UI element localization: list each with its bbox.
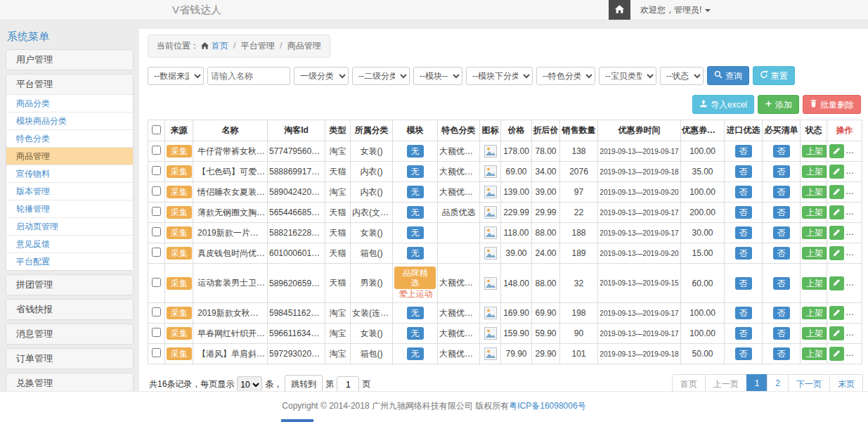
row-checkbox[interactable]: [152, 348, 161, 357]
sidebar-item-platform-config[interactable]: 平台配置: [6, 252, 133, 270]
select-all-checkbox[interactable]: [152, 125, 161, 134]
must-buy-toggle[interactable]: 否: [773, 327, 790, 340]
sidebar-item-order-management[interactable]: 订单管理: [6, 349, 133, 369]
name-search-input[interactable]: [207, 67, 290, 85]
status-badge[interactable]: 上架: [802, 347, 827, 360]
status-badge[interactable]: 上架: [802, 277, 827, 290]
import-select-toggle[interactable]: 否: [735, 277, 752, 290]
per-page-select[interactable]: 10: [237, 376, 262, 393]
sidebar-item-message-management[interactable]: 消息管理: [6, 324, 133, 344]
sidebar-item-user-management[interactable]: 用户管理: [6, 50, 133, 70]
breadcrumb: 当前位置： 首页 / 平台管理 / 商品管理: [148, 34, 330, 58]
row-checkbox[interactable]: [152, 248, 161, 257]
edit-button[interactable]: [829, 185, 844, 199]
module-select[interactable]: --模块--: [413, 67, 462, 85]
reset-button[interactable]: 重置: [753, 66, 795, 85]
edit-button[interactable]: [829, 205, 844, 219]
user-menu[interactable]: 欢迎您，管理员!: [630, 0, 720, 20]
coupon-amount-cell: 100.00: [681, 182, 725, 203]
horizontal-scrollbar-thumb[interactable]: [281, 419, 313, 422]
sidebar-item-platform-management[interactable]: 平台管理: [6, 75, 133, 94]
sidebar-item-carousel-management[interactable]: 轮播管理: [6, 200, 133, 217]
row-checkbox[interactable]: [152, 328, 161, 337]
sidebar-item-module-goods-category[interactable]: 模块商品分类: [6, 112, 133, 129]
icp-link[interactable]: 粤ICP备16098006号: [509, 401, 585, 411]
must-buy-toggle[interactable]: 否: [773, 186, 790, 198]
edit-button[interactable]: [829, 326, 844, 340]
must-buy-toggle[interactable]: 否: [773, 206, 790, 219]
column-header: 操作: [827, 120, 862, 141]
breadcrumb-home-link[interactable]: 首页: [212, 41, 228, 51]
feature-category-select[interactable]: --特色分类--: [536, 67, 595, 85]
sidebar-item-splash-page-management[interactable]: 启动页管理: [6, 217, 133, 235]
must-buy-toggle[interactable]: 否: [773, 277, 790, 290]
status-badge[interactable]: 上架: [802, 247, 827, 260]
edit-button[interactable]: [829, 347, 844, 361]
import-select-toggle[interactable]: 否: [735, 145, 752, 158]
sidebar-item-exchange-management[interactable]: 兑换管理: [6, 373, 133, 393]
must-buy-toggle[interactable]: 否: [773, 307, 790, 319]
level1-category-select[interactable]: 一级分类: [294, 67, 349, 85]
row-checkbox[interactable]: [152, 278, 161, 287]
row-checkbox[interactable]: [152, 207, 161, 216]
import-select-toggle[interactable]: 否: [735, 165, 752, 178]
edit-button[interactable]: [829, 276, 844, 290]
status-select[interactable]: --状态--: [660, 67, 704, 85]
column-header: 所属分类: [351, 120, 393, 141]
status-badge[interactable]: 上架: [802, 307, 827, 319]
column-header: 类型: [325, 120, 351, 141]
item-type-select[interactable]: --宝贝类型--: [599, 67, 656, 85]
status-badge[interactable]: 上架: [802, 186, 827, 198]
sidebar-item-version-management[interactable]: 版本管理: [6, 182, 133, 200]
coupon-time-cell: 2019-09-13—2019-09-17: [598, 324, 681, 344]
sidebar-item-promo-materials[interactable]: 宣传物料: [6, 165, 133, 182]
data-source-select[interactable]: --数据来源--: [148, 67, 204, 85]
edit-button[interactable]: [829, 144, 844, 158]
app-title: V省钱达人: [172, 0, 221, 20]
import-select-toggle[interactable]: 否: [735, 226, 752, 239]
must-buy-toggle[interactable]: 否: [773, 165, 790, 178]
edit-button[interactable]: [829, 226, 844, 240]
sidebar-item-goods-management[interactable]: 商品管理: [6, 147, 133, 165]
row-checkbox[interactable]: [152, 146, 161, 155]
must-buy-toggle[interactable]: 否: [773, 247, 790, 260]
sidebar-item-group-buy-management[interactable]: 拼团管理: [6, 275, 133, 295]
import-excel-button[interactable]: 导入excel: [692, 95, 754, 114]
row-checkbox[interactable]: [152, 227, 161, 236]
table-row: 采集真皮钱包时尚优雅女士...601000601341天猫箱包()无39.002…: [148, 243, 862, 264]
edit-button[interactable]: [829, 246, 844, 260]
status-badge[interactable]: 上架: [802, 145, 827, 158]
status-badge[interactable]: 上架: [802, 226, 827, 239]
sidebar-item-feedback[interactable]: 意见反馈: [6, 235, 133, 252]
status-badge[interactable]: 上架: [802, 327, 827, 340]
must-buy-toggle[interactable]: 否: [773, 145, 790, 158]
must-buy-toggle[interactable]: 否: [773, 226, 790, 239]
status-badge[interactable]: 上架: [802, 165, 827, 178]
home-button[interactable]: [609, 0, 630, 20]
name-cell: 【七色码】可爱纯棉家...: [193, 162, 268, 182]
import-select-toggle[interactable]: 否: [735, 327, 752, 340]
sidebar-item-saving-express[interactable]: 省钱快报: [6, 300, 133, 319]
edit-button[interactable]: [829, 165, 844, 179]
import-select-toggle[interactable]: 否: [735, 186, 752, 198]
import-select-toggle[interactable]: 否: [735, 206, 752, 219]
edit-button[interactable]: [829, 306, 844, 320]
row-checkbox[interactable]: [152, 307, 161, 316]
sidebar-item-feature-category[interactable]: 特色分类: [6, 129, 133, 147]
row-checkbox[interactable]: [152, 186, 161, 196]
module-cell: 无: [393, 243, 438, 264]
import-select-toggle[interactable]: 否: [735, 347, 752, 360]
row-checkbox[interactable]: [152, 166, 161, 175]
sidebar-item-goods-category[interactable]: 商品分类: [6, 94, 133, 112]
search-button[interactable]: 查询: [707, 66, 749, 85]
module-sub-category-select[interactable]: --模块下分类--: [466, 67, 533, 85]
import-select-toggle[interactable]: 否: [735, 307, 752, 319]
status-badge[interactable]: 上架: [802, 206, 827, 219]
batch-delete-button[interactable]: 批量删除: [803, 95, 861, 114]
icon-cell: [480, 203, 501, 223]
page-number-input[interactable]: [337, 376, 359, 393]
level2-category-select[interactable]: --二级分类--: [352, 67, 410, 85]
add-button[interactable]: 添加: [758, 95, 799, 114]
must-buy-toggle[interactable]: 否: [773, 347, 790, 360]
import-select-toggle[interactable]: 否: [735, 247, 752, 260]
